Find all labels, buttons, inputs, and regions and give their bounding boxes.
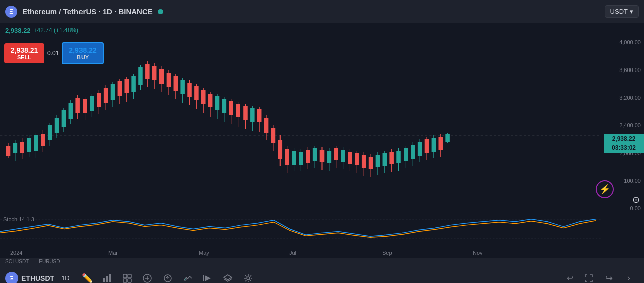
chart-title: Ethereum / TetherUS · 1D · BINANCE — [22, 7, 153, 16]
buy-sell-overlay: 2,938.21 SELL 0.01 2,938.22 BUY — [4, 42, 104, 64]
svg-rect-107 — [369, 157, 373, 169]
svg-rect-39 — [131, 76, 136, 92]
svg-rect-111 — [383, 153, 387, 166]
svg-rect-15 — [48, 125, 52, 140]
live-indicator — [158, 9, 163, 14]
redo-button[interactable]: ↪ — [599, 268, 619, 284]
svg-rect-37 — [124, 79, 129, 93]
svg-rect-23 — [75, 98, 80, 113]
y-label-100: 100.00 — [607, 178, 641, 184]
ticker-strip: SOLUSDT EURUSD — [0, 258, 644, 265]
svg-rect-3 — [6, 146, 11, 156]
stoch-label: Stoch 14 1 3 — [3, 216, 34, 222]
svg-rect-139 — [128, 279, 131, 282]
svg-rect-79 — [271, 128, 276, 143]
svg-rect-69 — [236, 104, 240, 117]
svg-marker-144 — [205, 275, 211, 281]
replay-button[interactable] — [198, 268, 218, 284]
svg-rect-129 — [445, 134, 450, 142]
chart-type-button[interactable] — [97, 268, 117, 284]
svg-point-147 — [247, 277, 250, 280]
svg-rect-55 — [187, 83, 192, 97]
svg-rect-121 — [418, 142, 422, 156]
svg-rect-19 — [62, 110, 66, 127]
svg-rect-117 — [404, 148, 408, 161]
svg-rect-49 — [167, 73, 171, 87]
svg-rect-31 — [104, 88, 108, 103]
svg-rect-115 — [396, 151, 401, 163]
svg-rect-89 — [306, 150, 310, 163]
depth-button[interactable] — [178, 268, 198, 284]
svg-rect-59 — [201, 90, 206, 104]
svg-rect-91 — [313, 148, 317, 161]
x-label-may: May — [199, 250, 209, 256]
svg-rect-77 — [264, 118, 269, 133]
x-label-2024: 2024 — [10, 250, 22, 256]
current-price: 2,938.22 — [5, 27, 31, 34]
timeframe-selector[interactable]: 1D — [61, 274, 70, 282]
fullscreen-button[interactable] — [579, 268, 599, 284]
symbol-name: ETHUSDT — [21, 274, 54, 282]
sell-button[interactable]: 2,938.21 SELL — [4, 43, 44, 63]
settings-button[interactable] — [238, 268, 258, 284]
svg-rect-99 — [341, 150, 345, 162]
draw-tool-button[interactable]: ✏️ — [77, 268, 97, 284]
svg-rect-71 — [243, 106, 248, 120]
header: Ξ Ethereum / TetherUS · 1D · BINANCE USD… — [0, 0, 644, 23]
svg-rect-17 — [55, 118, 59, 133]
svg-rect-67 — [229, 101, 233, 115]
svg-rect-123 — [425, 139, 429, 153]
chart-area[interactable]: 2,938.21 SELL 0.01 2,938.22 BUY 2,938.22… — [0, 37, 644, 214]
lightning-button[interactable]: ⚡ — [596, 180, 614, 198]
x-label-sep: Sep — [382, 250, 392, 256]
undo-button[interactable]: ↩ — [560, 269, 579, 284]
currency-selector[interactable]: USDT ▾ — [605, 5, 639, 18]
svg-rect-97 — [334, 148, 338, 160]
svg-rect-95 — [327, 151, 332, 163]
ticker-solusdt: SOLUSDT — [5, 259, 29, 264]
y-label-3200: 3,200.00 — [607, 95, 641, 101]
svg-rect-85 — [292, 151, 296, 165]
svg-rect-27 — [90, 96, 94, 111]
svg-rect-130 — [0, 214, 644, 244]
stoch-chart — [0, 214, 644, 244]
symbol-selector[interactable]: Ξ ETHUSDT — [5, 272, 54, 284]
svg-rect-21 — [69, 103, 73, 119]
more-button[interactable]: › — [619, 268, 639, 284]
eth-logo: Ξ — [5, 6, 17, 18]
x-label-mar: Mar — [108, 250, 118, 256]
eth-toolbar-icon: Ξ — [5, 272, 18, 284]
y-label-3600: 3,600.00 — [607, 67, 641, 73]
screenshot-button[interactable]: ⊙ — [632, 194, 640, 205]
svg-rect-65 — [222, 99, 227, 113]
toolbar: Ξ ETHUSDT 1D ✏️ — [0, 265, 644, 283]
layout-button[interactable] — [117, 268, 137, 284]
svg-rect-137 — [128, 274, 131, 278]
y-label-0: 0.00 — [607, 205, 641, 211]
price-change: +42.74 (+1.48%) — [34, 27, 78, 34]
svg-rect-81 — [278, 140, 283, 159]
layers-button[interactable] — [218, 268, 238, 284]
svg-rect-133 — [103, 278, 105, 282]
svg-rect-63 — [215, 96, 220, 110]
price-bar: 2,938.22 +42.74 (+1.48%) — [0, 23, 644, 37]
alert-button[interactable] — [157, 268, 178, 284]
svg-rect-75 — [257, 109, 262, 122]
x-axis: 2024 Mar May Jul Sep Nov — [0, 244, 644, 258]
svg-rect-9 — [27, 138, 31, 152]
svg-rect-53 — [180, 80, 185, 94]
ticker-eurusd: EURUSD — [39, 259, 60, 264]
svg-rect-135 — [109, 274, 111, 282]
svg-rect-47 — [159, 69, 164, 84]
svg-rect-29 — [97, 93, 101, 107]
svg-rect-113 — [389, 152, 394, 164]
svg-rect-33 — [111, 84, 115, 100]
svg-rect-83 — [285, 149, 289, 165]
svg-rect-136 — [123, 274, 127, 278]
add-indicator-button[interactable] — [137, 268, 157, 284]
buy-button[interactable]: 2,938.22 BUY — [62, 42, 104, 64]
svg-rect-25 — [83, 99, 87, 113]
svg-rect-105 — [362, 155, 366, 168]
svg-rect-5 — [13, 143, 18, 153]
svg-rect-13 — [41, 134, 45, 146]
